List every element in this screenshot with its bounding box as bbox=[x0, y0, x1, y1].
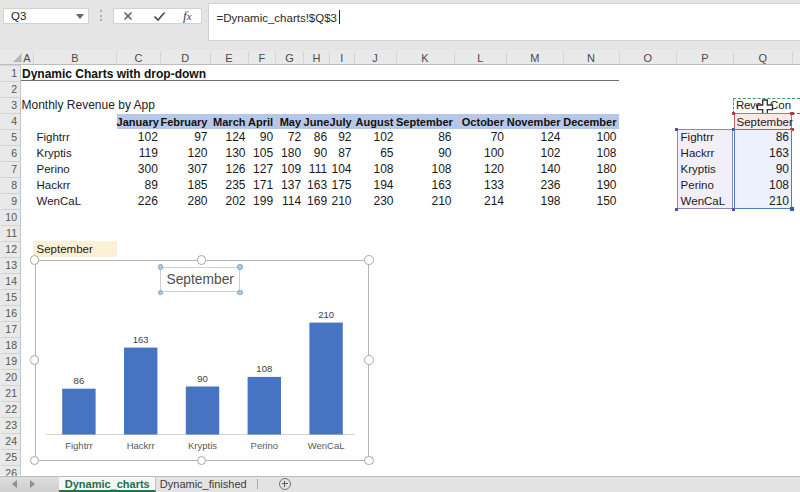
svg-text:WenCaL: WenCaL bbox=[307, 440, 344, 451]
svg-text:90: 90 bbox=[197, 373, 208, 384]
svg-text:210: 210 bbox=[318, 309, 334, 320]
svg-text:163: 163 bbox=[132, 334, 148, 345]
svg-text:108: 108 bbox=[256, 363, 272, 374]
svg-text:Fightrr: Fightrr bbox=[65, 440, 92, 451]
svg-text:Hackrr: Hackrr bbox=[126, 440, 154, 451]
svg-text:86: 86 bbox=[73, 375, 84, 386]
svg-text:Perino: Perino bbox=[250, 440, 277, 451]
svg-text:Kryptis: Kryptis bbox=[187, 440, 216, 451]
